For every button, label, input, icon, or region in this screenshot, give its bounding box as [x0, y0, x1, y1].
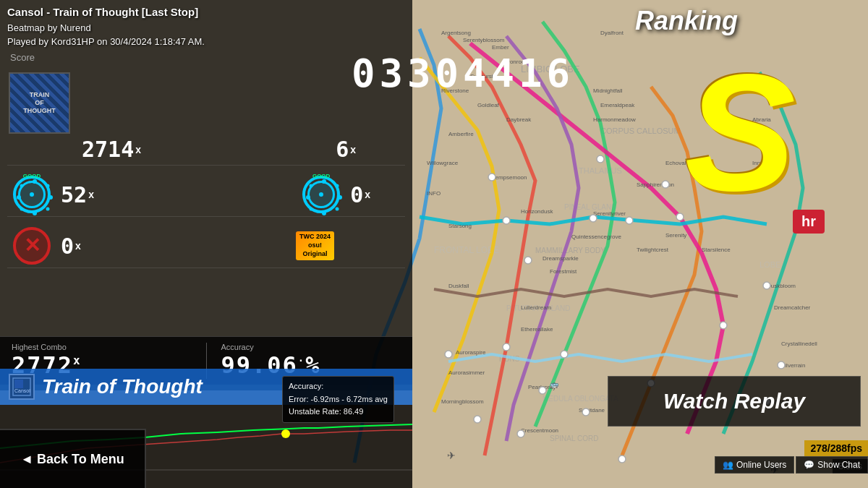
svg-text:Dreamcatcher: Dreamcatcher — [774, 304, 811, 311]
svg-text:Ember: Ember — [492, 44, 509, 51]
miss-sup: x — [75, 240, 81, 252]
header-info: Cansol - Train of Thought [Last Stop] Be… — [0, 0, 212, 53]
svg-text:INFO: INFO — [427, 190, 441, 197]
svg-point-69 — [561, 351, 568, 358]
hit50-sup: x — [88, 189, 94, 200]
svg-point-65 — [763, 282, 770, 289]
svg-point-81 — [33, 179, 37, 184]
svg-text:SPINAL CORD: SPINAL CORD — [550, 435, 598, 442]
svg-point-89 — [322, 179, 326, 184]
svg-point-73 — [517, 430, 524, 437]
svg-text:Horizondusk: Horizondusk — [521, 208, 553, 215]
svg-point-83 — [48, 195, 53, 200]
svg-text:FRONTAL LOBE: FRONTAL LOBE — [434, 245, 499, 255]
song-icon: Cansol - — [9, 374, 35, 400]
svg-point-68 — [539, 387, 546, 394]
svg-point-84 — [33, 211, 37, 215]
hit50b-count: 0 — [350, 182, 363, 207]
fps-counter: 278/288fps — [804, 440, 868, 456]
hit300-sup: x — [135, 144, 141, 155]
svg-point-60 — [524, 257, 532, 264]
svg-point-70 — [503, 343, 510, 351]
svg-point-101 — [281, 429, 290, 438]
back-to-menu-button[interactable]: ◄ Back To Menu — [0, 429, 146, 488]
combo-label: Highest Combo — [12, 343, 192, 351]
svg-text:Ethereallake: Ethereallake — [521, 326, 553, 333]
stat-row-300: 2714x 6x — [7, 134, 405, 166]
watch-replay-label: Watch Replay — [663, 389, 805, 414]
show-chat-label: Show Chat — [817, 460, 860, 470]
miss-circle: ✕ — [13, 227, 51, 265]
svg-text:Quintessencegrove: Quintessencegrove — [571, 234, 621, 240]
svg-point-75 — [618, 455, 626, 463]
rank-grade: S — [685, 58, 796, 207]
svg-point-72 — [474, 416, 481, 423]
online-users-button[interactable]: 👥 Online Users — [715, 456, 794, 474]
svg-text:Dreamsparkle: Dreamsparkle — [542, 255, 579, 262]
people-icon: 👥 — [723, 460, 733, 470]
svg-text:✈: ✈ — [447, 450, 456, 461]
stats-area: 2714x 6x GOOD 52x — [7, 134, 405, 275]
svg-text:Starsilence: Starsilence — [702, 247, 731, 253]
chat-icon: 💬 — [804, 460, 814, 470]
svg-point-96 — [336, 207, 339, 211]
svg-point-86 — [46, 184, 50, 188]
svg-text:Serenity: Serenity — [665, 232, 686, 239]
svg-point-95 — [310, 207, 313, 211]
svg-text:Serenityriver: Serenityriver — [593, 210, 626, 217]
svg-point-64 — [662, 181, 669, 188]
hit300-count: 2714 — [82, 137, 134, 162]
album-line3: THOUGHT — [23, 107, 56, 115]
svg-point-88 — [46, 207, 50, 211]
hit50b-sup: x — [365, 189, 370, 200]
svg-text:Aurorasimmer: Aurorasimmer — [448, 369, 485, 376]
svg-point-58 — [590, 215, 597, 222]
hit50-count: 52 — [61, 182, 87, 207]
svg-text:Serentyblossom: Serentyblossom — [463, 37, 505, 43]
svg-point-61 — [626, 217, 633, 224]
svg-text:Dyalfront: Dyalfront — [600, 30, 624, 36]
svg-point-76 — [778, 361, 785, 369]
svg-text:Duskbloom: Duskbloom — [767, 283, 796, 289]
svg-point-94 — [336, 184, 339, 188]
svg-text:Daybreak: Daybreak — [506, 116, 532, 123]
header-title: Cansol - Train of Thought [Last Stop] — [7, 4, 205, 21]
svg-text:LOBE: LOBE — [760, 260, 780, 269]
watch-replay-button[interactable]: Watch Replay — [608, 376, 861, 427]
svg-point-85 — [20, 184, 24, 188]
svg-text:THALAMUS: THALAMUS — [579, 166, 622, 175]
song-title: Train of Thought — [42, 375, 203, 398]
svg-point-57 — [503, 217, 510, 224]
svg-text:Duskfall: Duskfall — [448, 283, 469, 289]
svg-text:Morningblossom: Morningblossom — [441, 398, 484, 405]
svg-point-66 — [720, 322, 727, 329]
svg-rect-98 — [14, 380, 23, 388]
svg-point-82 — [17, 195, 21, 200]
svg-point-71 — [445, 351, 452, 358]
accuracy-label: Accuracy — [221, 343, 401, 351]
tooltip-line2: Error: -6.92ms - 6.72ms avg — [289, 393, 388, 406]
score-label: Score — [10, 52, 35, 63]
svg-text:Lempsemoon: Lempsemoon — [492, 174, 527, 181]
svg-text:🚌: 🚌 — [550, 380, 559, 389]
svg-point-90 — [306, 195, 310, 200]
back-to-menu-label: ◄ Back To Menu — [20, 452, 124, 467]
svg-point-91 — [338, 195, 342, 200]
svg-text:Willowgrace: Willowgrace — [427, 160, 459, 166]
svg-point-63 — [597, 155, 604, 163]
fps-value: 278/288fps — [810, 442, 862, 454]
svg-point-87 — [20, 207, 24, 211]
accuracy-tooltip: Accuracy: Error: -6.92ms - 6.72ms avg Un… — [282, 376, 394, 423]
svg-text:Twilightcrest: Twilightcrest — [637, 247, 669, 253]
tooltip-line3: Unstable Rate: 86.49 — [289, 406, 388, 419]
svg-text:Crystallinedell: Crystallinedell — [781, 341, 817, 347]
svg-point-59 — [488, 174, 495, 181]
svg-text:Lullerdream: Lullerdream — [521, 304, 552, 311]
svg-point-74 — [582, 408, 590, 416]
show-chat-button[interactable]: 💬 Show Chat — [796, 456, 868, 474]
svg-point-92 — [322, 211, 326, 215]
svg-text:MAMMILLARY BODY: MAMMILLARY BODY — [535, 247, 605, 254]
svg-text:Cansol -: Cansol - — [14, 388, 32, 393]
header-beatmap: Beatmap by Nurend — [7, 21, 205, 35]
svg-text:Argentsong: Argentsong — [441, 30, 471, 36]
